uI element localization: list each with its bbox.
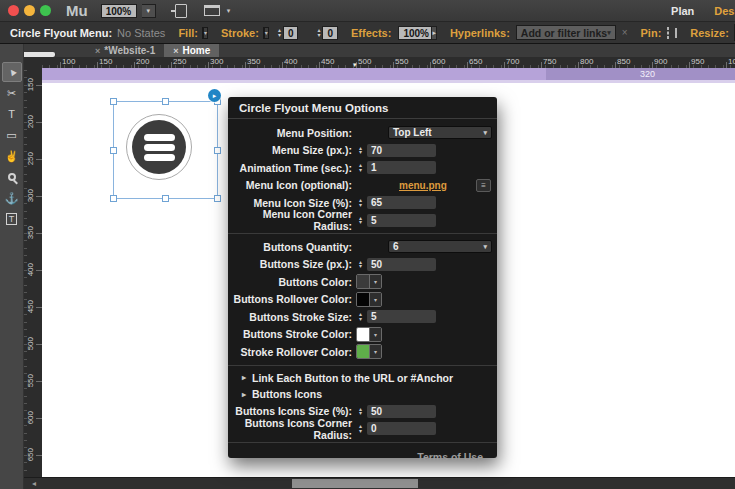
stroke-dropdown-button[interactable]: ▾: [265, 27, 269, 39]
text-frame-tool[interactable]: T: [2, 209, 22, 229]
fill-dropdown-button[interactable]: ▾: [204, 27, 208, 39]
selection-tool[interactable]: ►: [2, 62, 22, 82]
delete-icon-button[interactable]: ≡: [476, 179, 491, 192]
pin-center-icon[interactable]: [675, 28, 677, 38]
color-swatch[interactable]: [357, 328, 370, 341]
zoom-tool[interactable]: [2, 167, 22, 187]
selection-handle-n[interactable]: [162, 98, 169, 105]
selection-handle-e[interactable]: [214, 147, 221, 154]
chevron-down-icon[interactable]: ▾: [370, 275, 381, 288]
resize-label[interactable]: Resize:: [690, 27, 729, 39]
disclosure-triangle-icon[interactable]: ▸: [242, 390, 246, 399]
widget-edit-badge[interactable]: ▸: [208, 89, 221, 102]
horizontal-scrollbar[interactable]: ◂: [24, 477, 735, 489]
buttons-icons-size-input[interactable]: 50: [367, 405, 436, 418]
pin-corners-icon[interactable]: [667, 27, 669, 39]
menu-icon-radius-stepper[interactable]: ▴▾: [356, 216, 365, 225]
menu-position-dropdown[interactable]: Top Left ▾: [388, 126, 492, 139]
new-page-icon[interactable]: [175, 4, 187, 18]
stepper-down-icon[interactable]: ▾: [356, 203, 365, 208]
chevron-down-icon[interactable]: ▾: [370, 328, 381, 341]
buttons-quantity-dropdown[interactable]: 6 ▾: [388, 240, 492, 253]
buttons-stroke-size-input[interactable]: 5: [367, 310, 436, 323]
hyperlinks-label[interactable]: Hyperlinks:: [450, 27, 510, 39]
window-zoom-button[interactable]: [40, 5, 51, 16]
hyperlinks-dropdown[interactable]: Add or filter links ▾: [516, 25, 616, 40]
chevron-down-icon[interactable]: ▾: [370, 345, 381, 358]
stroke-weight-input[interactable]: 0: [283, 26, 299, 40]
fill-label[interactable]: Fill:: [178, 27, 198, 39]
stroke-weight-stepper[interactable]: ▴▾: [278, 28, 281, 38]
tab-close-icon[interactable]: ×: [173, 46, 178, 56]
animation-time-input[interactable]: 1: [367, 161, 436, 174]
scroll-left-icon[interactable]: ◂: [32, 479, 36, 489]
horizontal-scrollbar-thumb[interactable]: [292, 479, 418, 488]
menu-icon-size-stepper[interactable]: ▴▾: [356, 198, 365, 207]
color-swatch[interactable]: [357, 345, 370, 358]
animation-time-stepper[interactable]: ▴▾: [356, 163, 365, 172]
buttons-stroke-color-picker[interactable]: ▾: [356, 327, 382, 342]
menu-icon-size-input[interactable]: 65: [367, 196, 436, 209]
chevron-down-icon[interactable]: ▾: [227, 7, 231, 15]
selection-handle-w[interactable]: [110, 147, 117, 154]
opacity-input[interactable]: 100%: [398, 26, 432, 40]
preview-mode-icon[interactable]: [204, 5, 220, 16]
link-buttons-section-toggle[interactable]: ▸ Link Each Button to the URL or #Anchor: [228, 370, 497, 387]
clear-hyperlink-icon[interactable]: ×: [622, 27, 628, 38]
buttons-rollover-color-picker[interactable]: ▾: [356, 292, 382, 307]
buttons-icons-size-stepper[interactable]: ▴▾: [356, 407, 365, 416]
chevron-down-icon[interactable]: ▾: [370, 293, 381, 306]
rectangle-tool[interactable]: ▭: [2, 125, 22, 145]
tab-close-icon[interactable]: ×: [95, 46, 100, 56]
buttons-icons-section-toggle[interactable]: ▸ Buttons Icons: [228, 386, 497, 403]
plan-mode-button[interactable]: Plan: [671, 5, 694, 17]
terms-of-use-link[interactable]: Terms of Use: [228, 447, 497, 463]
stroke-label[interactable]: Stroke:: [221, 27, 259, 39]
buttons-color-picker[interactable]: ▾: [356, 274, 382, 289]
stepper-down-icon[interactable]: ▾: [317, 33, 320, 38]
color-swatch[interactable]: [357, 293, 370, 306]
hamburger-menu-icon[interactable]: [132, 120, 186, 174]
selection-handle-s[interactable]: [162, 195, 169, 202]
tab-home[interactable]: ×Home: [164, 44, 219, 57]
selection-handle-nw[interactable]: [110, 98, 117, 105]
menu-size-input[interactable]: 70: [367, 144, 436, 157]
disclosure-triangle-icon[interactable]: ▸: [242, 373, 246, 382]
effects-label[interactable]: Effects:: [351, 27, 391, 39]
pin-label[interactable]: Pin:: [641, 27, 662, 39]
buttons-icons-radius-stepper[interactable]: ▴▾: [356, 424, 365, 433]
text-tool[interactable]: T: [2, 104, 22, 124]
stepper-down-icon[interactable]: ▾: [356, 317, 365, 322]
color-swatch[interactable]: [357, 275, 370, 288]
stepper-down-icon[interactable]: ▾: [356, 220, 365, 225]
buttons-size-input[interactable]: 50: [367, 258, 436, 271]
selection-handle-sw[interactable]: [110, 195, 117, 202]
hand-tool[interactable]: ✌: [2, 146, 22, 166]
opacity-expand-button[interactable]: ▸: [432, 26, 437, 40]
window-minimize-button[interactable]: [24, 5, 35, 16]
design-mode-button[interactable]: Design: [714, 5, 735, 17]
corner-radius-stepper[interactable]: ▴▾: [317, 28, 320, 38]
anchor-tool[interactable]: ⚓: [2, 188, 22, 208]
stepper-down-icon[interactable]: ▾: [356, 429, 365, 434]
buttons-icons-radius-input[interactable]: 0: [367, 422, 436, 435]
buttons-size-stepper[interactable]: ▴▾: [356, 260, 365, 269]
zoom-level-dropdown-button[interactable]: ▾: [142, 4, 156, 18]
circle-flyout-menu-widget[interactable]: [126, 114, 192, 180]
crop-tool[interactable]: ✂: [2, 83, 22, 103]
stepper-down-icon[interactable]: ▾: [356, 411, 365, 416]
stroke-rollover-color-picker[interactable]: ▾: [356, 344, 382, 359]
selection-handle-se[interactable]: [214, 195, 221, 202]
tab-website-1[interactable]: ×*Website-1: [86, 44, 164, 57]
stepper-down-icon[interactable]: ▾: [278, 33, 281, 38]
states-dropdown[interactable]: No States: [117, 27, 165, 39]
corner-radius-input[interactable]: 0: [322, 26, 338, 40]
stepper-down-icon[interactable]: ▾: [356, 150, 365, 155]
menu-icon-radius-input[interactable]: 5: [367, 214, 436, 227]
window-close-button[interactable]: [8, 5, 19, 16]
menu-size-stepper[interactable]: ▴▾: [356, 146, 365, 155]
stepper-down-icon[interactable]: ▾: [356, 168, 365, 173]
stepper-down-icon[interactable]: ▾: [356, 264, 365, 269]
menu-icon-file-link[interactable]: menu.png: [399, 180, 447, 191]
buttons-stroke-size-stepper[interactable]: ▴▾: [356, 312, 365, 321]
